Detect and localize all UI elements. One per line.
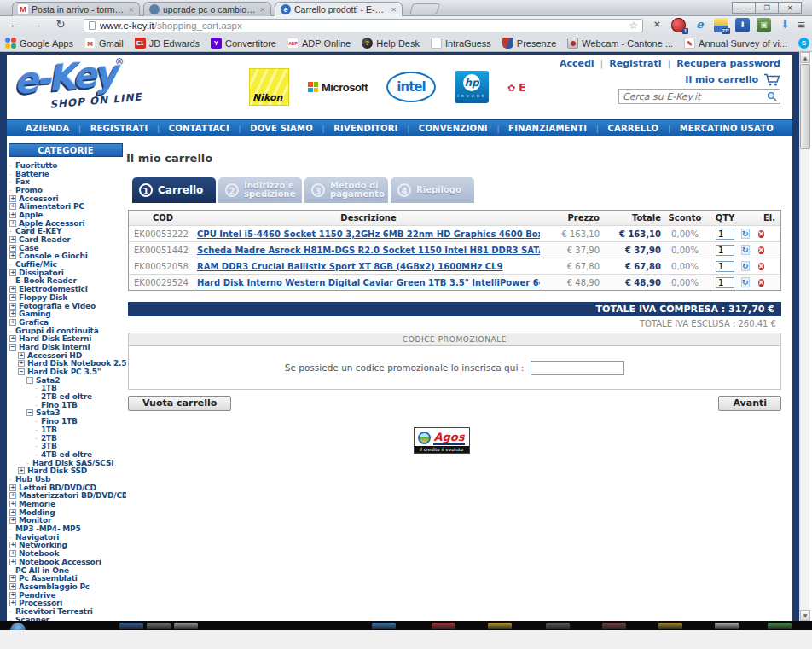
- scroll-up-arrow[interactable]: [800, 52, 810, 63]
- promo-code-input[interactable]: [531, 361, 624, 375]
- maximize-button[interactable]: ❐: [755, 2, 779, 14]
- green-app-extension-icon[interactable]: [757, 18, 771, 32]
- expand-plus-icon[interactable]: +: [9, 509, 16, 516]
- collapse-minus-icon[interactable]: −: [18, 368, 25, 375]
- checkout-step-1[interactable]: 1Carrello: [132, 177, 216, 203]
- sidebar-item[interactable]: −Sata2: [7, 376, 126, 385]
- account-link-recupera-password[interactable]: Recupera password: [676, 58, 780, 69]
- update-quantity-icon[interactable]: [741, 261, 750, 271]
- expand-plus-icon[interactable]: +: [9, 286, 16, 293]
- update-quantity-icon[interactable]: [741, 245, 750, 255]
- update-quantity-icon[interactable]: [741, 277, 750, 287]
- expand-plus-icon[interactable]: +: [9, 269, 16, 276]
- sidebar-item[interactable]: +Hard Disk Notebook 2.5": [7, 360, 126, 368]
- sidebar-item[interactable]: +Masterizzatori BD/DVD/CD: [7, 492, 126, 501]
- browser-tab[interactable]: MPosta in arrivo - tormico: [12, 2, 140, 16]
- delete-item-icon[interactable]: [758, 246, 764, 254]
- sidebar-item[interactable]: -Cuffie/Mic: [7, 260, 126, 269]
- sidebar-item[interactable]: +Grafica: [7, 318, 126, 327]
- sidebar-item[interactable]: -1TB: [7, 385, 126, 393]
- checkout-step-2[interactable]: 2Indirizzo e spedizione: [218, 177, 302, 203]
- nav-item-registrati[interactable]: REGISTRATI: [90, 124, 148, 133]
- bookmark-google-apps[interactable]: Google Apps: [5, 38, 73, 49]
- expand-plus-icon[interactable]: +: [18, 360, 25, 367]
- page-scrollbar[interactable]: [799, 52, 809, 621]
- bookmark-shield[interactable]: Presenze: [502, 38, 556, 49]
- sidebar-item[interactable]: +Hard Disk Esterni: [7, 334, 126, 343]
- sidebar-item[interactable]: +Elettrodomestici: [7, 285, 126, 293]
- nav-item-rivenditori[interactable]: RIVENDITORI: [334, 124, 397, 133]
- sidebar-item[interactable]: +Accessori HD: [7, 351, 126, 360]
- account-link-accedi[interactable]: Accedi: [560, 58, 594, 69]
- scrollbar-thumb[interactable]: [800, 64, 810, 149]
- quantity-input[interactable]: [716, 229, 734, 240]
- bookmark-help-desk[interactable]: Help Desk: [362, 38, 420, 49]
- delete-item-icon[interactable]: [758, 230, 764, 238]
- record-extension-icon[interactable]: 1: [671, 18, 686, 32]
- sidebar-item[interactable]: +Networking: [7, 542, 126, 550]
- expand-plus-icon[interactable]: +: [18, 352, 25, 359]
- expand-plus-icon[interactable]: +: [9, 550, 16, 557]
- expand-plus-icon[interactable]: +: [9, 492, 16, 499]
- expand-plus-icon[interactable]: +: [9, 542, 16, 548]
- minimize-button[interactable]: —: [732, 2, 756, 14]
- taskbar-icon[interactable]: [147, 623, 171, 629]
- delete-item-icon[interactable]: [758, 279, 764, 287]
- sidebar-item[interactable]: +Notebook: [7, 549, 126, 558]
- taskbar-icon[interactable]: [768, 623, 792, 629]
- sidebar-item[interactable]: +Lettori BD/DVD/CD: [7, 484, 126, 492]
- sidebar-item[interactable]: -Batterie: [7, 170, 126, 178]
- sidebar-item[interactable]: −Hard Disk PC 3.5": [7, 368, 126, 376]
- update-quantity-icon[interactable]: [741, 229, 750, 239]
- nav-item-convenzioni[interactable]: CONVENZIONI: [419, 124, 488, 133]
- sidebar-item[interactable]: −Hard Disk Interni: [7, 343, 126, 351]
- expand-plus-icon[interactable]: +: [9, 220, 16, 227]
- taskbar-icon[interactable]: [119, 623, 143, 629]
- taskbar-icon[interactable]: [658, 623, 682, 629]
- sidebar-item[interactable]: +Hard Disk SSD: [7, 466, 126, 475]
- checkout-step-4[interactable]: 4Riepilogo: [391, 177, 474, 203]
- internet-explorer-extension-icon[interactable]: [693, 18, 707, 32]
- sidebar-item[interactable]: +Floppy Disk: [7, 293, 126, 302]
- sidebar-item[interactable]: -1TB: [7, 426, 126, 434]
- taskbar-icon[interactable]: [602, 623, 626, 629]
- expand-plus-icon[interactable]: +: [9, 245, 16, 252]
- expand-plus-icon[interactable]: +: [9, 294, 16, 301]
- sidebar-item[interactable]: +Apple: [7, 211, 126, 219]
- nav-item-finanziamenti[interactable]: FINANZIAMENTI: [508, 124, 587, 133]
- bookmark-jd-edwards[interactable]: JD Edwards: [135, 38, 200, 49]
- close-x-extension-icon[interactable]: [650, 18, 664, 32]
- taskbar-icon[interactable]: [715, 623, 739, 629]
- sidebar-item[interactable]: +Accessori: [7, 194, 126, 203]
- expand-plus-icon[interactable]: +: [9, 212, 16, 218]
- expand-plus-icon[interactable]: +: [9, 517, 16, 524]
- expand-plus-icon[interactable]: +: [9, 195, 16, 202]
- sidebar-item[interactable]: -Ricevitori Terrestri: [7, 607, 126, 616]
- sidebar-item[interactable]: -Hard Disk SAS/SCSI: [7, 459, 126, 467]
- tab-close-icon[interactable]: [259, 6, 265, 14]
- tab-close-icon[interactable]: [128, 6, 134, 14]
- nav-item-azienda[interactable]: AZIENDA: [26, 124, 69, 133]
- sidebar-item[interactable]: -PC All in One: [7, 566, 126, 575]
- expand-plus-icon[interactable]: +: [9, 203, 16, 210]
- new-tab-button[interactable]: [409, 3, 440, 14]
- browser-tab[interactable]: upgrade pc o cambio pc ?: [143, 2, 271, 16]
- sidebar-item[interactable]: -4TB ed oltre: [7, 450, 126, 459]
- expand-plus-icon[interactable]: +: [9, 575, 16, 582]
- sidebar-item[interactable]: -2TB: [7, 434, 126, 443]
- sidebar-item[interactable]: +Modding: [7, 508, 126, 517]
- down-arrow-extension-icon[interactable]: [778, 18, 792, 32]
- taskbar-icon[interactable]: [488, 623, 512, 629]
- bookmark-webcam[interactable]: Webcam - Cantone ...: [567, 38, 673, 49]
- bookmark-yahoo[interactable]: Convertitore: [211, 38, 276, 49]
- tab-close-icon[interactable]: [391, 6, 397, 14]
- agos-banner[interactable]: Agos il credito è evoluto: [414, 427, 470, 454]
- sidebar-item[interactable]: +Gaming: [7, 310, 126, 318]
- sidebar-item[interactable]: -3TB: [7, 442, 126, 450]
- product-link[interactable]: Scheda Madre Asrock H81M-DGS R2.0 Socket…: [197, 246, 540, 255]
- sidebar-item[interactable]: -Fino 1TB: [7, 401, 126, 409]
- sidebar-item[interactable]: -Hub Usb: [7, 475, 126, 484]
- start-button[interactable]: [10, 623, 26, 630]
- back-button[interactable]: ←: [7, 18, 22, 31]
- collapse-minus-icon[interactable]: −: [9, 344, 16, 351]
